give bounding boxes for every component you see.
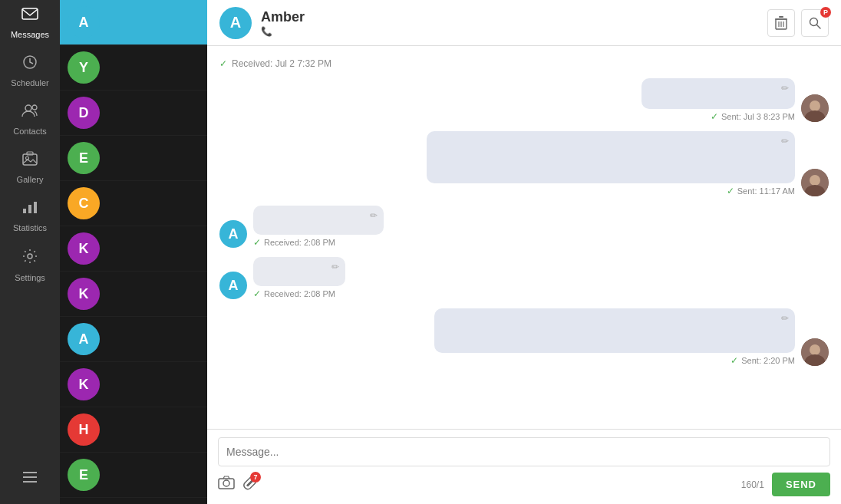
message-received-2: A ✏ ✓ Received: 2:08 PM [219, 257, 829, 299]
chat-header-info: Amber 📞 [261, 9, 767, 37]
contact-item-E2[interactable]: E [60, 453, 207, 498]
nav-item-scheduler[interactable]: Scheduler [0, 47, 60, 95]
nav-item-contacts[interactable]: Contacts [0, 95, 60, 143]
search-badge: P [820, 7, 831, 18]
svg-rect-0 [22, 8, 38, 19]
msg-bubble-received-1: ✏ [253, 206, 384, 235]
check-icon-1: ✓ [219, 58, 227, 69]
avatar-Y: Y [68, 51, 100, 84]
avatar-A2: A [68, 323, 100, 355]
chat-contact-name: Amber [261, 9, 767, 25]
msg-timestamp-sent-3: ✓ Sent: 2:20 PM [731, 355, 795, 366]
svg-point-3 [32, 105, 37, 110]
nav-label-scheduler: Scheduler [11, 78, 49, 87]
msg-bubble-sent-3: ✏ [434, 308, 795, 353]
chat-header-avatar: A [219, 7, 252, 39]
svg-point-2 [25, 105, 31, 111]
msg-timestamp-received-1: ✓ Received: 2:08 PM [253, 237, 335, 248]
contact-item-K3[interactable]: K [60, 362, 207, 407]
msg-timestamp-received-2: ✓ Received: 2:08 PM [253, 288, 335, 299]
check-icon-s1: ✓ [711, 111, 718, 122]
message-sent-2: ✏ ✓ Sent: 11:17 AM [219, 131, 829, 196]
avatar-C: C [68, 187, 100, 219]
contacts-icon [21, 103, 38, 125]
svg-point-29 [810, 344, 820, 355]
msg-avatar-sent-2 [801, 169, 829, 196]
chat-header: A Amber 📞 [207, 0, 841, 46]
svg-point-23 [810, 100, 820, 111]
avatar-E2: E [68, 459, 100, 491]
svg-rect-7 [23, 209, 26, 213]
nav-label-contacts: Contacts [13, 127, 46, 136]
avatar-K1: K [68, 232, 100, 265]
avatar-A1: A [68, 6, 100, 38]
avatar-H: H [68, 413, 100, 446]
avatar-K3: K [68, 368, 100, 400]
nav-item-gallery[interactable]: Gallery [0, 143, 60, 192]
msg-bubble-wrap-sent-3: ✏ ✓ Sent: 2:20 PM [460, 308, 795, 366]
msg-timestamp-sent-1: ✓ Sent: Jul 3 8:23 PM [711, 111, 795, 122]
message-received-1: A ✏ ✓ Received: 2:08 PM [219, 206, 829, 248]
menu-icon [21, 471, 38, 490]
attach-button[interactable]: 7 [242, 475, 258, 494]
nav-item-menu[interactable] [0, 463, 60, 504]
contact-item-A1[interactable]: A [60, 0, 207, 45]
delete-button[interactable] [767, 9, 795, 37]
message-sent-3: ✏ ✓ Sent: 2:20 PM [219, 308, 829, 366]
contact-list: A Y D E C K K A K H E [60, 0, 207, 504]
svg-point-20 [810, 18, 818, 25]
contact-item-C[interactable]: C [60, 181, 207, 226]
chat-contact-status: 📞 [261, 25, 767, 37]
msg-bubble-received-2: ✏ [253, 257, 345, 286]
contact-item-K1[interactable]: K [60, 226, 207, 272]
messages-icon [21, 8, 38, 28]
msg-bubble-wrap-received-1: ✏ ✓ Received: 2:08 PM [253, 206, 384, 248]
contact-item-Y[interactable]: Y [60, 45, 207, 91]
msg-avatar-received-2: A [219, 272, 247, 299]
nav-label-settings: Settings [15, 273, 45, 282]
svg-rect-4 [23, 154, 37, 165]
nav-label-gallery: Gallery [17, 175, 44, 184]
contact-item-H[interactable]: H [60, 407, 207, 453]
msg-bubble-wrap-sent-2: ✏ ✓ Sent: 11:17 AM [460, 131, 795, 196]
message-input[interactable] [226, 443, 822, 461]
nav-label-messages: Messages [11, 30, 49, 39]
svg-line-21 [817, 25, 821, 28]
scheduler-icon [22, 54, 38, 77]
chat-area: A Amber 📞 [207, 0, 841, 504]
nav-item-messages[interactable]: Messages [0, 0, 60, 47]
nav-item-statistics[interactable]: Statistics [0, 192, 60, 240]
msg-bubble-wrap-received-2: ✏ ✓ Received: 2:08 PM [253, 257, 345, 299]
avatar-K2: K [68, 278, 100, 310]
svg-rect-9 [34, 202, 37, 213]
msg-bubble-sent-2: ✏ [427, 131, 795, 183]
svg-point-26 [810, 175, 820, 186]
timestamp-1: Received: Jul 2 7:32 PM [232, 58, 331, 69]
edit-icon-1: ✏ [781, 83, 789, 94]
nav-item-settings[interactable]: Settings [0, 240, 60, 290]
gallery-icon [22, 151, 38, 173]
check-icon-r2: ✓ [253, 288, 261, 299]
chat-header-actions: P [767, 9, 829, 37]
contact-item-D[interactable]: D [60, 91, 207, 136]
check-icon-s3: ✓ [731, 355, 738, 366]
messages-area[interactable]: ✓ Received: Jul 2 7:32 PM ✏ ✓ [207, 46, 841, 429]
contact-item-A2[interactable]: A [60, 317, 207, 362]
char-count: 160/1 [741, 479, 764, 490]
camera-button[interactable] [218, 476, 235, 493]
msg-bubble-wrap-sent-1: ✏ ✓ Sent: Jul 3 8:23 PM [641, 78, 795, 122]
nav-bar: Messages Scheduler Contacts [0, 0, 60, 504]
edit-icon-5: ✏ [781, 313, 789, 324]
avatar-E1: E [68, 142, 100, 174]
phone-icon: 📞 [261, 26, 272, 37]
send-button[interactable]: SEND [772, 473, 830, 496]
contact-item-K2[interactable]: K [60, 272, 207, 317]
input-area: 7 160/1 SEND [207, 429, 841, 504]
msg-timestamp-sent-2: ✓ Sent: 11:17 AM [727, 186, 795, 196]
contact-item-E1[interactable]: E [60, 136, 207, 181]
edit-icon-3: ✏ [370, 210, 378, 221]
message-sent-1: ✏ ✓ Sent: Jul 3 8:23 PM [219, 78, 829, 122]
search-button[interactable]: P [801, 9, 829, 37]
svg-point-10 [28, 254, 32, 259]
timestamp-row-1: ✓ Received: Jul 2 7:32 PM [219, 58, 829, 69]
